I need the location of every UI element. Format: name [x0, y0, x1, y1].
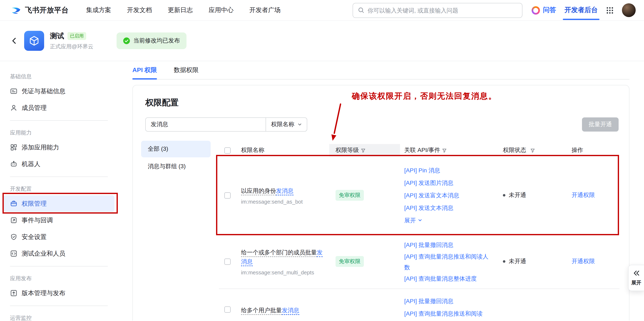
- select-all-checkbox[interactable]: [224, 147, 230, 154]
- api-link[interactable]: [API] 发送文本消息: [404, 202, 490, 214]
- table-row-send-as-bot: 以应用的身份发消息 im:message:send_as_bot 免审权限 [A…: [219, 156, 620, 234]
- enable-permission-link[interactable]: 开通权限: [572, 192, 595, 198]
- api-link[interactable]: [API] Pin 消息: [404, 164, 490, 176]
- table-row-send-multi-depts: 给一个或多个部门的成员批量发消息 im:message:send_multi_d…: [219, 234, 620, 288]
- sidebar-item-security[interactable]: 安全设置: [3, 228, 114, 245]
- qa-icon: [532, 6, 540, 14]
- user-avatar[interactable]: [622, 3, 636, 17]
- navbar-right: 问答 开发者后台: [532, 3, 636, 17]
- row-checkbox[interactable]: [224, 258, 230, 264]
- chevron-down-icon: [298, 122, 302, 126]
- permission-body: 全部 (3) 消息与群组 (3) 权限名称 权限等级: [133, 141, 629, 320]
- status-text: 未开通: [509, 192, 526, 199]
- search-icon: [358, 7, 364, 13]
- expand-panel-button[interactable]: 展开: [628, 265, 644, 291]
- sidebar-divider: [10, 120, 108, 121]
- permission-code: im:message:send_as_bot: [241, 198, 324, 205]
- sidebar-section-dev-config: 开发配置: [0, 181, 118, 195]
- brand-title: 飞书开放平台: [25, 6, 69, 15]
- permission-name[interactable]: 给多个用户批量发消息: [241, 306, 324, 315]
- expand-api-list-link[interactable]: 展开: [404, 214, 490, 226]
- header-level: 权限等级: [329, 144, 400, 156]
- sidebar-item-credentials[interactable]: 凭证与基础信息: [3, 83, 114, 100]
- api-link[interactable]: [API] 查询批量消息推送和阅读人数: [404, 251, 490, 273]
- nav-item-app-center[interactable]: 应用中心: [208, 6, 234, 14]
- permission-name[interactable]: 给一个或多个部门的成员批量发消息: [241, 248, 324, 266]
- sidebar-divider: [10, 306, 108, 306]
- api-link[interactable]: [API] 发送富文本消息: [404, 189, 490, 202]
- category-all[interactable]: 全部 (3): [141, 141, 211, 158]
- api-link[interactable]: [API] 查询批量消息推送和阅读: [404, 307, 490, 320]
- level-badge: 免审权限: [336, 190, 364, 201]
- expand-label: 展开: [631, 279, 641, 286]
- nav-item-docs[interactable]: 开发文档: [127, 6, 152, 14]
- header-name: 权限名称: [236, 144, 329, 156]
- search-filter-select[interactable]: 权限名称: [266, 118, 307, 131]
- table-row-send-multi-users: 给多个用户批量发消息 [API] 批量撤回消息 [API] 查询批量消息推送和阅…: [219, 288, 620, 320]
- nav-item-dev-console[interactable]: 开发者后台: [564, 6, 598, 14]
- enabled-status-badge: 已启用: [68, 32, 86, 40]
- sidebar-item-version[interactable]: 版本管理与发布: [3, 285, 114, 302]
- api-link[interactable]: [API] 批量撤回消息: [404, 238, 490, 251]
- sidebar-item-test-org[interactable]: 测试企业和人员: [3, 245, 114, 262]
- header-action: 操作: [566, 144, 620, 156]
- nav-item-dev-plaza[interactable]: 开发者广场: [249, 6, 280, 14]
- shield-check-icon: [10, 233, 18, 241]
- sidebar-item-permissions[interactable]: 权限管理: [3, 195, 114, 212]
- brand[interactable]: 飞书开放平台: [10, 4, 69, 16]
- check-circle-icon: [123, 38, 130, 44]
- toolbar: 权限名称 批量开通: [145, 118, 618, 132]
- panel-title: 权限配置: [145, 97, 616, 108]
- back-icon[interactable]: [10, 37, 18, 45]
- apps-grid-icon[interactable]: [606, 6, 614, 14]
- permission-card: 权限配置 权限名称 批量开通 全部 (3) 消息与群组 (3): [132, 85, 630, 320]
- app-subtitle: 正式应用@环界云: [50, 43, 93, 50]
- id-card-icon: [10, 88, 18, 95]
- sidebar-divider: [10, 176, 108, 177]
- app-meta: 测试 已启用 正式应用@环界云: [50, 31, 93, 50]
- permission-search-input[interactable]: [146, 118, 266, 131]
- filter-icon[interactable]: [442, 148, 447, 152]
- api-link[interactable]: [API] 发送图片消息: [404, 176, 490, 189]
- api-link[interactable]: [API] 批量撤回消息: [404, 295, 490, 307]
- bulk-enable-button[interactable]: 批量开通: [582, 118, 618, 132]
- tab-api-permission[interactable]: API 权限: [132, 61, 157, 79]
- robot-icon: [10, 160, 18, 168]
- sidebar-item-members[interactable]: 成员管理: [3, 100, 114, 116]
- filter-icon[interactable]: [530, 148, 535, 152]
- sidebar-section-release: 应用发布: [0, 270, 118, 285]
- filter-icon[interactable]: [361, 148, 366, 152]
- tab-data-permission[interactable]: 数据权限: [174, 61, 198, 79]
- publish-status-banner: 当前修改均已发布: [116, 32, 186, 49]
- search-input[interactable]: [368, 7, 517, 14]
- permission-tabs: API 权限 数据权限: [132, 61, 630, 80]
- status-text: 未开通: [509, 258, 526, 265]
- grid-plus-icon: [10, 144, 18, 151]
- table-header: 权限名称 权限等级 关联 API/事件 权限状态: [219, 144, 620, 156]
- double-chevron-left-icon: [633, 270, 640, 276]
- sidebar-item-events[interactable]: 事件与回调: [3, 212, 114, 228]
- callback-icon: [10, 216, 18, 224]
- status-dot-icon: [503, 260, 506, 263]
- sidebar-item-add-capability[interactable]: 添加应用能力: [3, 139, 114, 156]
- permission-table: 权限名称 权限等级 关联 API/事件 权限状态: [219, 141, 620, 320]
- global-search[interactable]: [352, 3, 522, 18]
- permission-name[interactable]: 以应用的身份发消息: [241, 186, 324, 195]
- permission-code: im:message:send_multi_depts: [241, 269, 324, 276]
- category-message-group[interactable]: 消息与群组 (3): [141, 158, 211, 175]
- user-icon: [10, 104, 18, 112]
- nav-item-solutions[interactable]: 集成方案: [86, 6, 111, 14]
- row-checkbox[interactable]: [224, 192, 230, 198]
- sidebar-item-bot[interactable]: 机器人: [3, 156, 114, 172]
- sidebar: 基础信息 凭证与基础信息 成员管理 应用能力 添加应用能力 机器人 开发配置: [0, 61, 118, 320]
- app-cube-icon: [24, 31, 44, 51]
- enable-permission-link[interactable]: 开通权限: [572, 258, 595, 264]
- row-checkbox[interactable]: [224, 306, 230, 313]
- api-link[interactable]: [API] 查询批量消息整体进度: [404, 273, 490, 284]
- app-name: 测试: [50, 31, 64, 41]
- sidebar-section-basic: 基础信息: [0, 69, 118, 83]
- primary-nav: 集成方案 开发文档 更新日志 应用中心 开发者广场: [86, 6, 280, 14]
- code-brackets-icon: [10, 250, 18, 257]
- qa-link[interactable]: 问答: [532, 6, 556, 14]
- nav-item-changelog[interactable]: 更新日志: [168, 6, 193, 14]
